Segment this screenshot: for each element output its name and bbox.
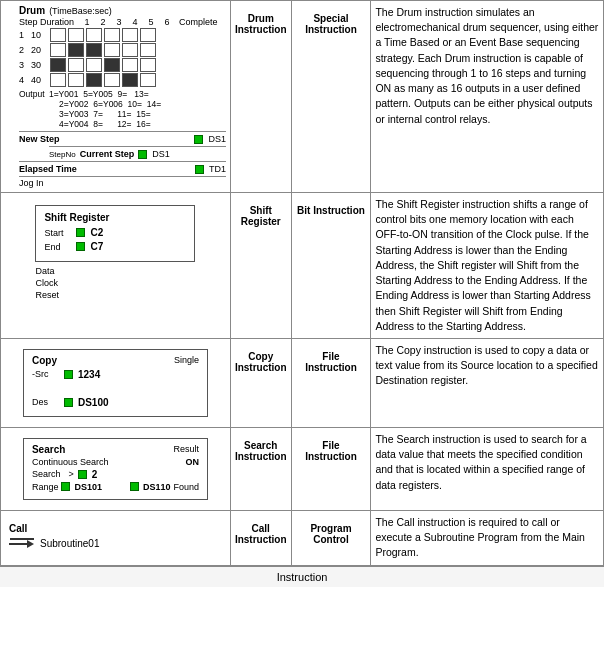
copy-row: Copy Single -Src 1234 Des DS100 [1, 338, 604, 427]
drum-cell-1-3 [86, 28, 102, 42]
subroutine-label: Subroutine01 [40, 538, 100, 549]
col-header-3: 3 [111, 17, 127, 27]
copy-instr-cell: CopyInstruction [230, 338, 291, 427]
drum-cell-2-5 [122, 43, 138, 57]
complete-label: Complete [179, 17, 218, 27]
call-desc-cell: The Call instruction is required to call… [371, 510, 604, 565]
drum-diagram-cell: Drum (TimeBase:sec) Step Duration 1 2 3 … [1, 1, 231, 193]
search-range-row: Range DS101 DS110 Found [32, 482, 199, 492]
step-2-dur: 20 [31, 45, 49, 55]
search-description: The Search instruction is used to search… [375, 432, 599, 493]
instruction-footer-label: Instruction [0, 566, 604, 587]
search-value-row: Search > 2 [32, 469, 199, 480]
copy-special-cell: File Instruction [291, 338, 371, 427]
elapsed-indicator [195, 165, 204, 174]
search-box: Search Result Continuous Search ON Searc… [23, 438, 208, 500]
drum-cell-3-1 [50, 58, 66, 72]
drum-row: Drum (TimeBase:sec) Step Duration 1 2 3 … [1, 1, 604, 193]
call-row: Call Subroutine01 CallInstruction Progra… [1, 510, 604, 565]
search-special-label: File Instruction [296, 432, 367, 462]
shift-reset-label: Reset [35, 290, 195, 300]
drum-cell-3-6 [140, 58, 156, 72]
search-row: Search Result Continuous Search ON Searc… [1, 427, 604, 510]
copy-des-label: Des [32, 397, 60, 407]
elapsed-value: TD1 [209, 164, 226, 174]
step-3-dur: 30 [31, 60, 49, 70]
search-header: Search Result [32, 444, 199, 455]
shift-external-labels: Data Clock Reset [35, 266, 195, 300]
stepno-label: StepNo [49, 150, 76, 159]
search-found-label: Found [173, 482, 199, 492]
call-instr-cell: CallInstruction [230, 510, 291, 565]
copy-box-title: Copy [32, 355, 57, 366]
copy-instr-label: CopyInstruction [235, 343, 287, 373]
call-arrow-symbol [9, 538, 34, 548]
col-header-2: 2 [95, 17, 111, 27]
shift-box-title: Shift Register [44, 212, 186, 223]
drum-cell-4-3 [86, 73, 102, 87]
search-range-start: DS101 [74, 482, 102, 492]
output-row2: 2=Y002 6=Y006 10= 14= [19, 99, 226, 109]
current-step-value: DS1 [152, 149, 170, 159]
reset-divider [19, 131, 226, 132]
shift-end-value: C7 [90, 241, 103, 252]
copy-diagram-cell: Copy Single -Src 1234 Des DS100 [1, 338, 231, 427]
current-step-row: StepNo Current Step DS1 [49, 149, 226, 159]
call-diagram-cell: Call Subroutine01 [1, 510, 231, 565]
step-1-num: 1 [19, 30, 29, 40]
shift-description: The Shift Register instruction shifts a … [375, 197, 599, 334]
drum-cell-1-2 [68, 28, 84, 42]
col-header-5: 5 [143, 17, 159, 27]
copy-src-indicator [64, 370, 73, 379]
drum-timebase: (TimeBase:sec) [49, 6, 112, 16]
step-4-num: 4 [19, 75, 29, 85]
step-3-num: 3 [19, 60, 29, 70]
shift-desc-cell: The Shift Register instruction shifts a … [371, 193, 604, 339]
drum-special-cell: SpecialInstruction [291, 1, 371, 193]
copy-des-indicator [64, 398, 73, 407]
shift-diagram-cell: Shift Register Start C2 End C7 Data [1, 193, 231, 339]
call-special-cell: Program Control [291, 510, 371, 565]
drum-instr-label: DrumInstruction [235, 5, 287, 35]
search-range-end-indicator [130, 482, 139, 491]
drum-cell-4-6 [140, 73, 156, 87]
drum-cell-2-2 [68, 43, 84, 57]
copy-spacer-row [32, 383, 199, 394]
main-table: Drum (TimeBase:sec) Step Duration 1 2 3 … [0, 0, 604, 566]
output-row3: 3=Y003 7= 11= 15= [19, 109, 226, 119]
new-step-row: New Step DS1 [19, 134, 226, 144]
drum-desc-cell: The Drum instruction simulates an electr… [371, 1, 604, 193]
col-header-1: 1 [79, 17, 95, 27]
copy-single-label: Single [174, 355, 199, 365]
drum-cell-1-5 [122, 28, 138, 42]
copy-description: The Copy instruction is used to copy a d… [375, 343, 599, 389]
shift-special-cell: Bit Instruction [291, 193, 371, 339]
arrow-h-line [9, 543, 27, 545]
drum-description: The Drum instruction simulates an electr… [375, 5, 599, 127]
search-diagram-cell: Search Result Continuous Search ON Searc… [1, 427, 231, 510]
search-special-cell: File Instruction [291, 427, 371, 510]
search-range-right: DS110 Found [130, 482, 199, 492]
jog-in-label: Jog In [19, 176, 226, 188]
step-1-dur: 10 [31, 30, 49, 40]
shift-end-row: End C7 [44, 241, 186, 252]
elapsed-row: Elapsed Time TD1 [19, 164, 226, 174]
shift-end-indicator [76, 242, 85, 251]
copy-desc-cell: The Copy instruction is used to copy a d… [371, 338, 604, 427]
stepno-divider [49, 146, 226, 147]
copy-container: Copy Single -Src 1234 Des DS100 [5, 343, 226, 423]
search-value: 2 [92, 469, 98, 480]
output-row4: 4=Y004 8= 12= 16= [19, 119, 226, 129]
call-label-top: Call [9, 523, 222, 534]
search-box-title: Search [32, 444, 65, 455]
search-range-end: DS110 [143, 482, 171, 492]
shift-clock-label: Clock [35, 278, 195, 288]
current-step-indicator [138, 150, 147, 159]
drum-cell-3-5 [122, 58, 138, 72]
current-step-label: Current Step [80, 149, 135, 159]
copy-special-label: File Instruction [296, 343, 367, 373]
new-step-value: DS1 [208, 134, 226, 144]
drum-cell-1-4 [104, 28, 120, 42]
call-description: The Call instruction is required to call… [375, 515, 599, 561]
shift-box: Shift Register Start C2 End C7 [35, 205, 195, 262]
